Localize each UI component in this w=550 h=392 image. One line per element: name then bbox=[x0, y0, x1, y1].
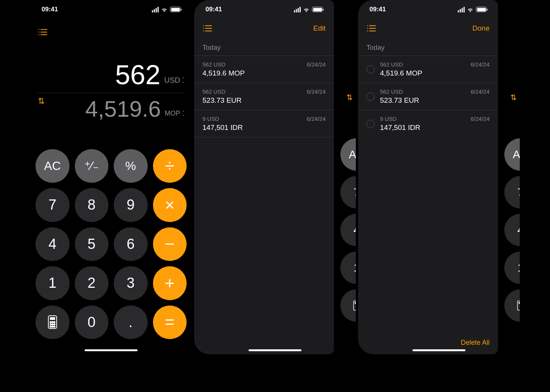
status-time: 09:41 bbox=[42, 6, 58, 13]
done-button[interactable]: Done bbox=[473, 24, 490, 32]
key-percent[interactable]: % bbox=[114, 149, 148, 183]
key-ac-ghost: AC bbox=[504, 138, 520, 171]
phone-calculator: 09:41 ⇅ 562 bbox=[30, 0, 192, 354]
svg-point-31 bbox=[367, 31, 368, 31]
key-1[interactable]: 1 bbox=[36, 266, 70, 300]
history-item[interactable]: 562 USD 6/24/24 4,519.6 MOP bbox=[358, 56, 498, 83]
select-radio[interactable] bbox=[366, 120, 375, 128]
output-unit-picker[interactable]: MOP ⌃⌄ bbox=[165, 110, 185, 120]
swap-icon[interactable]: ⇅ bbox=[510, 93, 517, 102]
history-section-title: Today bbox=[194, 36, 334, 56]
key-multiply[interactable]: × bbox=[153, 188, 187, 222]
history-item-date: 6/24/24 bbox=[307, 61, 326, 68]
status-bar: 09:41 bbox=[30, 0, 192, 19]
history-item[interactable]: 562 USD 6/24/24 523.73 EUR bbox=[194, 83, 334, 110]
home-indicator[interactable] bbox=[412, 349, 465, 351]
key-1-ghost: 1 bbox=[504, 252, 520, 284]
key-0[interactable]: 0 bbox=[75, 306, 109, 340]
history-list-icon[interactable] bbox=[366, 24, 376, 32]
history-item-query: 562 USD bbox=[380, 88, 403, 95]
svg-point-16 bbox=[54, 326, 55, 327]
history-item-query: 562 USD bbox=[202, 88, 226, 95]
battery-icon bbox=[170, 7, 181, 12]
svg-rect-7 bbox=[50, 317, 55, 320]
history-item-result: 4,519.6 MOP bbox=[380, 69, 490, 77]
history-item-query: 562 USD bbox=[380, 61, 403, 68]
key-6[interactable]: 6 bbox=[114, 227, 148, 261]
key-4-ghost: 4 bbox=[340, 214, 356, 246]
status-bar: 09:41 bbox=[194, 0, 334, 19]
edit-button[interactable]: Edit bbox=[313, 24, 326, 32]
history-item-result: 523.73 EUR bbox=[202, 96, 326, 105]
output-value: 4,519.6 bbox=[85, 98, 161, 120]
svg-rect-26 bbox=[519, 302, 520, 304]
history-item-date: 6/24/24 bbox=[307, 116, 326, 122]
svg-point-29 bbox=[367, 28, 368, 29]
key-4-ghost: 4 bbox=[504, 214, 520, 246]
key-1-ghost: 1 bbox=[340, 252, 356, 284]
key-equals[interactable]: = bbox=[153, 306, 187, 340]
history-item[interactable]: 562 USD 6/24/24 523.73 EUR bbox=[358, 83, 498, 110]
cellular-icon bbox=[294, 7, 301, 12]
svg-point-0 bbox=[39, 29, 39, 30]
select-radio[interactable] bbox=[366, 65, 375, 74]
key-sign[interactable]: ⁺∕₋ bbox=[75, 149, 109, 183]
key-8[interactable]: 8 bbox=[75, 188, 109, 222]
key-plus[interactable]: + bbox=[153, 266, 187, 300]
history-item-date: 6/24/24 bbox=[471, 61, 490, 68]
phone-history-edit: ⇅ AC 7 4 1 09:41 Done bbox=[358, 0, 520, 354]
svg-point-21 bbox=[203, 28, 204, 29]
key-2[interactable]: 2 bbox=[75, 266, 109, 300]
chevron-updown-icon: ⌃⌄ bbox=[182, 78, 185, 82]
history-item-result: 147,501 IDR bbox=[380, 123, 490, 132]
key-7[interactable]: 7 bbox=[36, 188, 70, 222]
svg-point-10 bbox=[54, 321, 55, 323]
svg-point-8 bbox=[50, 321, 51, 323]
calculator-underlay: ⇅ AC 7 4 1 bbox=[334, 0, 356, 354]
swap-icon[interactable]: ⇅ bbox=[346, 93, 353, 102]
key-9[interactable]: 9 bbox=[114, 188, 148, 222]
key-5[interactable]: 5 bbox=[75, 227, 109, 261]
svg-point-4 bbox=[39, 34, 39, 35]
key-calculator-mode[interactable] bbox=[36, 306, 70, 340]
status-bar: 09:41 bbox=[358, 0, 498, 19]
status-time: 09:41 bbox=[369, 6, 386, 13]
wifi-icon bbox=[303, 7, 310, 12]
key-minus[interactable]: − bbox=[153, 227, 187, 261]
history-panel-edit: 09:41 Done Today 562 USD bbox=[358, 0, 498, 354]
keypad: AC ⁺∕₋ % ÷ 7 8 9 × 4 5 6 − 1 2 3 + 0 . = bbox=[36, 149, 187, 340]
battery-icon bbox=[312, 7, 323, 12]
history-item[interactable]: 9 USD 6/24/24 147,501 IDR bbox=[358, 110, 498, 137]
svg-point-14 bbox=[50, 326, 51, 327]
key-7-ghost: 7 bbox=[340, 176, 356, 208]
wifi-icon bbox=[467, 7, 474, 12]
history-item-query: 9 USD bbox=[380, 116, 397, 122]
history-panel: 09:41 Edit Today 562 USD 6/24/24 bbox=[194, 0, 334, 354]
select-radio[interactable] bbox=[366, 93, 375, 101]
history-list-icon[interactable] bbox=[202, 24, 212, 32]
input-unit-picker[interactable]: USD ⌃⌄ bbox=[164, 76, 185, 88]
svg-point-19 bbox=[203, 25, 204, 26]
home-indicator[interactable] bbox=[249, 349, 301, 351]
cellular-icon bbox=[458, 7, 465, 12]
history-item[interactable]: 562 USD 6/24/24 4,519.6 MOP bbox=[194, 56, 334, 83]
svg-point-27 bbox=[367, 25, 368, 26]
home-indicator[interactable] bbox=[85, 349, 138, 351]
key-3[interactable]: 3 bbox=[114, 266, 148, 300]
swap-icon[interactable]: ⇅ bbox=[38, 96, 45, 106]
cellular-icon bbox=[152, 7, 159, 12]
key-ac[interactable]: AC bbox=[36, 149, 70, 183]
key-dot[interactable]: . bbox=[114, 306, 148, 340]
input-value: 562 bbox=[115, 61, 161, 88]
key-divide[interactable]: ÷ bbox=[153, 149, 187, 183]
calculator-underlay: ⇅ AC 7 4 1 bbox=[498, 0, 520, 354]
history-item-date: 6/24/24 bbox=[307, 88, 326, 95]
history-item[interactable]: 9 USD 6/24/24 147,501 IDR bbox=[194, 110, 334, 137]
history-item-result: 4,519.6 MOP bbox=[202, 69, 326, 77]
key-ac-ghost: AC bbox=[340, 138, 356, 171]
key-4[interactable]: 4 bbox=[36, 227, 70, 261]
history-item-query: 562 USD bbox=[202, 61, 226, 68]
history-list-icon[interactable] bbox=[38, 28, 48, 36]
history-item-result: 147,501 IDR bbox=[202, 123, 326, 132]
delete-all-button[interactable]: Delete All bbox=[461, 339, 490, 346]
